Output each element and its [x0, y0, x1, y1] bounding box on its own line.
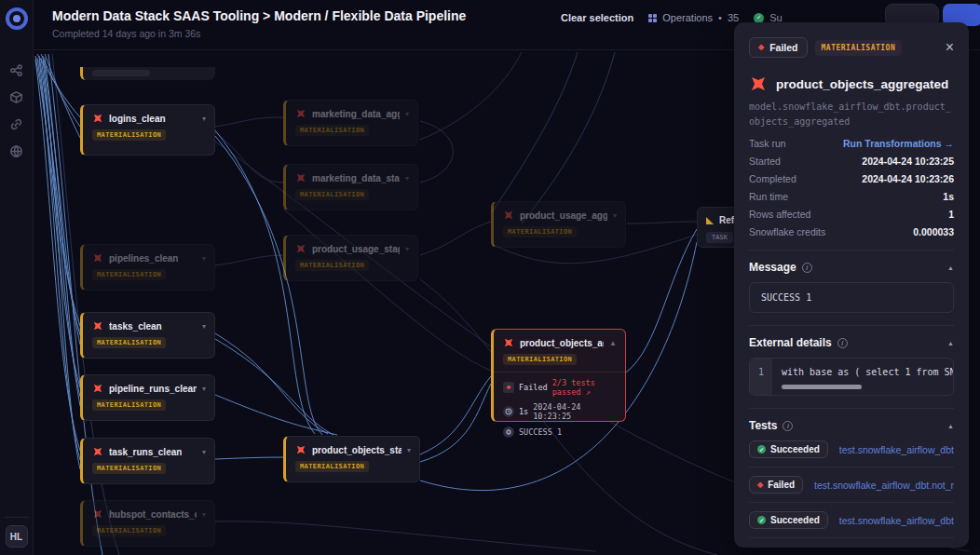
node-hubspot-contacts-clean[interactable]: hubspot_contacts_clean ▾ MATERIALISATION: [80, 500, 215, 547]
detail-panel: ◆ Failed MATERIALISATION × product_objec…: [734, 22, 969, 548]
globe-icon[interactable]: [9, 144, 23, 158]
detail-value: 0.000033: [913, 226, 954, 237]
run-status-subtitle: Completed 14 days ago in 3m 36s: [52, 28, 200, 39]
node-title: product_usage_aggregated: [520, 210, 607, 221]
node-title: marketing_data_aggregated: [312, 109, 400, 119]
node-marketing-data-staging[interactable]: marketing_data_staging ▾ MATERIALISATION: [283, 164, 418, 210]
dbt-icon: [293, 241, 309, 257]
chevron-down-icon[interactable]: ▾: [202, 448, 206, 456]
dbt-icon: [90, 381, 106, 397]
detail-value: 2024-04-24 10:23:26: [862, 173, 954, 184]
test-link[interactable]: test.snowflake_airflow_dbt.unique_pro: [839, 444, 954, 455]
lineage-icon[interactable]: [9, 63, 23, 77]
node-partial-top[interactable]: [80, 67, 215, 80]
node-title: task_runs_clean: [109, 447, 182, 457]
node-pipeline-runs-clean[interactable]: pipeline_runs_clean ▾ MATERIALISATION: [80, 374, 215, 421]
info-icon[interactable]: i: [802, 263, 812, 273]
test-row: ◆ Failed test.snowflake_airflow_dbt.not_…: [749, 467, 954, 503]
link-icon[interactable]: [9, 117, 23, 131]
materialisation-badge: MATERIALISATION: [503, 226, 577, 237]
node-title: product_usage_staging: [312, 244, 400, 254]
node-logins-clean[interactable]: logins_clean ▾ MATERIALISATION: [80, 104, 215, 156]
chevron-down-icon[interactable]: ▾: [405, 174, 409, 183]
chevron-down-icon[interactable]: ▾: [202, 322, 206, 331]
node-pipelines-clean[interactable]: pipelines_clean ▾ MATERIALISATION: [80, 244, 215, 291]
materialisation-badge: MATERIALISATION: [92, 269, 166, 280]
detail-row: Started 2024-04-24 10:23:25: [749, 156, 954, 167]
chevron-down-icon[interactable]: ▾: [202, 254, 206, 263]
node-title: tasks_clean: [109, 321, 162, 332]
collapse-icon[interactable]: ▲: [947, 423, 954, 429]
package-icon[interactable]: [9, 90, 23, 104]
details-list: Task run Run Transformations → Started 2…: [749, 138, 954, 237]
materialisation-badge: MATERIALISATION: [503, 354, 577, 365]
chevron-down-icon[interactable]: ▾: [202, 510, 206, 519]
code-line-number: 1: [750, 359, 772, 395]
test-status-badge: ✓ Succeeded: [749, 440, 828, 458]
chevron-down-icon[interactable]: ▾: [405, 245, 409, 253]
succeeded-check-icon: ✓: [757, 445, 766, 453]
detail-value: 1: [948, 209, 954, 220]
code-line: with base as ( select 1 from SNOWFLAKE: [782, 367, 953, 377]
node-product-usage-aggregated[interactable]: product_usage_aggregated ▾ MATERIALISATI…: [491, 201, 626, 248]
chevron-down-icon[interactable]: ▾: [202, 385, 206, 393]
dbt-icon: [90, 250, 106, 266]
node-tasks-clean[interactable]: tasks_clean ▾ MATERIALISATION: [80, 312, 215, 359]
code-block: 1 with base as ( select 1 from SNOWFLAKE: [749, 358, 954, 396]
test-row: ✓ Succeeded test.snowflake_airflow_dbt.u…: [749, 432, 954, 467]
detail-label: Snowflake credits: [749, 226, 825, 237]
type-badge: MATERIALISATION: [815, 40, 903, 56]
detail-label: Started: [749, 156, 781, 167]
failed-diamond-icon: ◆: [758, 44, 764, 51]
info-icon[interactable]: i: [837, 338, 848, 348]
test-row: ✓ Succeeded test.snowflake_airflow_dbt.n…: [749, 503, 954, 538]
info-icon[interactable]: i: [783, 421, 793, 431]
chevron-down-icon[interactable]: ▾: [407, 446, 411, 454]
node-marketing-data-aggregated[interactable]: marketing_data_aggregated ▾ MATERIALISAT…: [283, 100, 418, 146]
operations-counter: Operations • 35: [648, 12, 739, 23]
node-product-objects-aggregated-selected[interactable]: product_objects_aggregated ▲ MATERIALISA…: [491, 329, 626, 422]
node-divider: [494, 372, 625, 372]
status-label: Failed: [769, 42, 797, 53]
external-details-section: External details i ▲ 1 with base as ( se…: [749, 325, 954, 396]
user-avatar[interactable]: HL: [6, 525, 28, 548]
test-link[interactable]: test.snowflake_airflow_dbt.not_null_pr: [839, 515, 954, 526]
detail-label: Task run: [749, 138, 786, 149]
message-heading: Message: [749, 261, 796, 274]
chevron-down-icon[interactable]: ▾: [202, 115, 206, 123]
failed-status-icon: ◆: [503, 382, 514, 393]
node-task-runs-clean[interactable]: task_runs_clean ▾ MATERIALISATION: [80, 438, 215, 484]
test-link[interactable]: test.snowflake_airflow_dbt.not_null_pr: [814, 480, 954, 491]
app-window: HL Modern Data Stack SAAS Tooling > Mode…: [0, 0, 980, 555]
materialisation-badge: MATERIALISATION: [295, 260, 369, 271]
task-badge: TASK: [706, 232, 733, 243]
detail-label: Rows affected: [749, 209, 810, 220]
detail-row: Completed 2024-04-24 10:23:26: [749, 173, 954, 184]
detail-label: Run time: [749, 191, 788, 202]
clear-selection-button[interactable]: Clear selection: [561, 12, 633, 23]
dbt-icon: [745, 71, 771, 97]
chevron-down-icon[interactable]: ▾: [613, 211, 617, 220]
tests-summary-link[interactable]: 2/3 tests passed ↗: [552, 378, 617, 397]
collapse-icon[interactable]: ▲: [947, 264, 954, 271]
chevron-up-icon[interactable]: ▲: [609, 339, 617, 347]
collapse-icon[interactable]: ▲: [947, 340, 954, 346]
app-logo-icon[interactable]: [6, 7, 28, 30]
test-status-label: Succeeded: [770, 515, 820, 525]
sidebar: HL: [0, 0, 34, 555]
materialisation-badge: MATERIALISATION: [92, 399, 166, 411]
chevron-down-icon[interactable]: ▾: [405, 110, 409, 118]
task-run-link[interactable]: Run Transformations →: [843, 138, 954, 149]
materialisation-badge: MATERIALISATION: [295, 189, 369, 200]
node-title: marketing_data_staging: [312, 173, 400, 183]
horizontal-scrollbar[interactable]: [782, 385, 862, 389]
node-title: logins_clean: [109, 114, 166, 124]
node-runtime: 1s: [519, 407, 528, 416]
detail-label: Completed: [749, 173, 796, 184]
node-product-objects-staging[interactable]: product_objects_staging ▾ MATERIALISATIO…: [283, 436, 420, 482]
close-icon[interactable]: ×: [946, 40, 954, 55]
node-product-usage-staging[interactable]: product_usage_staging ▾ MATERIALISATION: [283, 235, 418, 281]
node-title: product_objects_staging: [312, 445, 402, 455]
dbt-icon: [293, 106, 309, 122]
node-title: pipeline_runs_clean: [109, 384, 197, 394]
